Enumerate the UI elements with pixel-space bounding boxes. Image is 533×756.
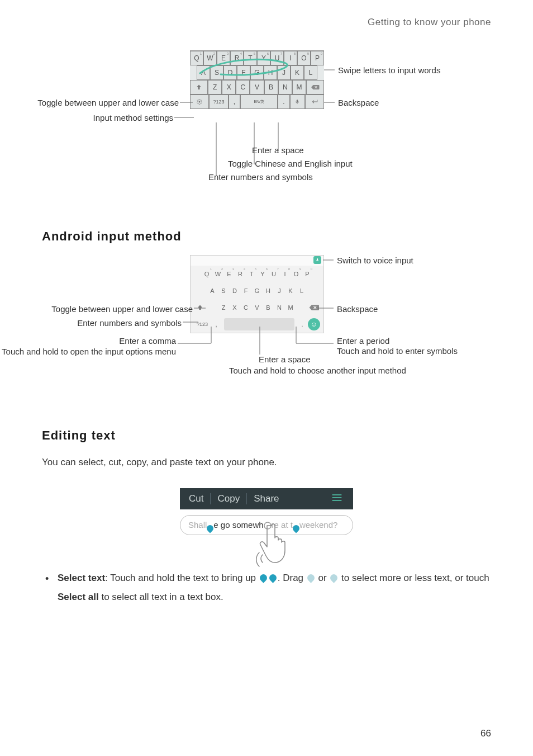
shift-key[interactable] (194, 301, 206, 314)
key-h[interactable]: H (264, 65, 277, 80)
heading-editing-text: Editing text (42, 428, 491, 443)
key-a[interactable]: A (197, 65, 210, 80)
enter-key[interactable] (305, 94, 324, 109)
key-b[interactable]: B (264, 80, 278, 94)
key-i[interactable]: I8 (279, 267, 291, 281)
keyboard-swype: Q1W2E3R4T5Y6U7I8O9P0 ASDFGHJKL ZXCVBNM ?… (190, 50, 324, 109)
key-z[interactable]: Z (208, 80, 222, 94)
select-text-label: Select text (58, 573, 105, 583)
key-f[interactable]: F (240, 284, 251, 297)
hand-icon (253, 519, 303, 569)
key-d[interactable]: D (223, 65, 237, 80)
label-space2: Enter a space (259, 355, 311, 364)
key-z[interactable]: Z (218, 301, 229, 314)
comma-key[interactable]: , (211, 318, 222, 331)
key-y[interactable]: Y6 (257, 267, 268, 281)
key-a[interactable]: A (207, 284, 218, 297)
key-j[interactable]: J (277, 65, 291, 80)
key-u[interactable]: U7 (270, 51, 284, 65)
context-cut[interactable]: Cut (182, 493, 211, 504)
key-c[interactable]: C (236, 80, 250, 94)
key-s[interactable]: S (210, 65, 223, 80)
key-f[interactable]: F (237, 65, 250, 80)
select-all-label: Select all (58, 592, 99, 602)
bt5: to select all text in a text box. (99, 592, 223, 602)
key-l[interactable]: L (296, 284, 307, 297)
key-h[interactable]: H (263, 284, 274, 297)
key-v[interactable]: V (251, 301, 263, 314)
label-period: Enter a period (337, 336, 389, 346)
label-numbers2: Enter numbers and symbols (0, 318, 182, 328)
key-w[interactable]: W2 (212, 267, 223, 281)
key-o[interactable]: O9 (291, 267, 302, 281)
key-c[interactable]: C (240, 301, 251, 314)
page-number: 66 (480, 728, 491, 739)
key-g[interactable]: G (251, 284, 263, 297)
heading-android-input: Android input method (42, 229, 491, 244)
space-key[interactable] (224, 318, 294, 330)
settings-key[interactable] (190, 94, 209, 109)
key-u[interactable]: U7 (268, 267, 279, 281)
key-r[interactable]: R4 (235, 267, 246, 281)
symbols-key[interactable]: ?123 (209, 94, 228, 109)
key-m[interactable]: M (292, 80, 306, 94)
key-n[interactable]: N (274, 301, 285, 314)
text-pre: Shall (188, 520, 207, 530)
key-t[interactable]: T5 (244, 51, 257, 65)
key-m[interactable]: M (285, 301, 296, 314)
bt2: . Drag (278, 573, 306, 583)
bt1: : Touch and hold the text to bring up (105, 573, 259, 583)
context-menu-icon[interactable] (323, 493, 351, 504)
key-k[interactable]: K (291, 65, 304, 80)
key-l[interactable]: L (304, 65, 317, 80)
key-b[interactable]: B (263, 301, 274, 314)
key-w[interactable]: W2 (203, 51, 217, 65)
key-r[interactable]: R4 (230, 51, 244, 65)
label-space: Enter a space (252, 145, 304, 155)
editing-body: You can select, cut, copy, and paste tex… (42, 454, 491, 471)
backspace-key[interactable] (308, 301, 320, 314)
label-backspace: Backspace (338, 98, 379, 107)
voice-key[interactable] (290, 94, 305, 109)
key-k[interactable]: K (285, 284, 296, 297)
key-x[interactable]: X (222, 80, 236, 94)
page-header: Getting to know your phone (42, 17, 491, 28)
bullet-list: Select text: Touch and hold the text to … (42, 569, 491, 607)
key-q[interactable]: Q1 (190, 51, 203, 65)
key-e[interactable]: E3 (223, 267, 235, 281)
context-copy[interactable]: Copy (211, 493, 247, 504)
period-key[interactable]: . (297, 318, 308, 331)
key-t[interactable]: T5 (246, 267, 257, 281)
key-p[interactable]: P0 (311, 51, 324, 65)
key-o[interactable]: O9 (297, 51, 311, 65)
key-y[interactable]: Y6 (257, 51, 270, 65)
space-key[interactable]: EN/英 (240, 94, 278, 109)
voice-input-button[interactable] (313, 256, 321, 264)
label-togglecase2: Toggle between upper and lower case (0, 304, 193, 314)
key-j[interactable]: J (274, 284, 285, 297)
key-p[interactable]: P0 (302, 267, 313, 281)
label-settings: Input method settings (11, 113, 173, 122)
key-v[interactable]: V (250, 80, 264, 94)
shift-key[interactable] (190, 80, 208, 94)
comma-key[interactable]: , (229, 94, 241, 109)
context-share[interactable]: Share (247, 493, 285, 504)
key-s[interactable]: S (218, 284, 229, 297)
label-comma2: Touch and hold to open the input options… (0, 346, 176, 357)
backspace-key[interactable] (306, 80, 324, 94)
label-lang: Toggle Chinese and English input (228, 159, 353, 168)
key-n[interactable]: N (278, 80, 292, 94)
keyboard-android: Q1W2E3R4T5Y6U7I8O9P0 ASDFGHJKL ZXCVBNM ?… (190, 255, 324, 333)
key-i[interactable]: I8 (284, 51, 297, 65)
key-x[interactable]: X (229, 301, 240, 314)
period-key[interactable]: . (278, 94, 290, 109)
symbols-key[interactable]: ?123 (194, 322, 211, 327)
key-q[interactable]: Q1 (201, 267, 212, 281)
bt3: or (316, 573, 330, 583)
handle-icon-left (258, 573, 268, 583)
key-g[interactable]: G (250, 65, 264, 80)
svg-rect-1 (297, 100, 298, 102)
key-e[interactable]: E3 (217, 51, 230, 65)
emoji-key[interactable]: ☺ (308, 318, 320, 330)
key-d[interactable]: D (229, 284, 240, 297)
